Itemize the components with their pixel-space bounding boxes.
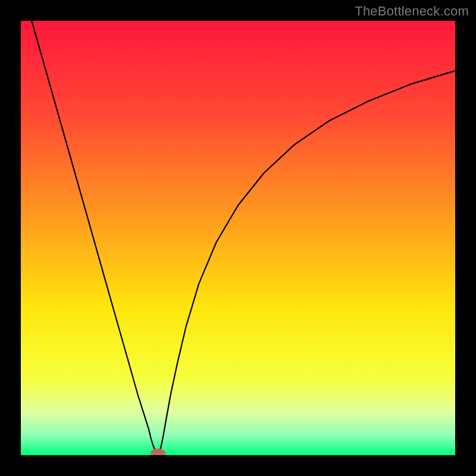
chart-frame: TheBottleneck.com — [0, 0, 476, 476]
plot-svg — [21, 21, 455, 455]
optimum-marker — [151, 449, 165, 455]
gradient-background — [21, 21, 455, 455]
watermark-text: TheBottleneck.com — [355, 4, 469, 19]
plot-area — [21, 21, 455, 455]
